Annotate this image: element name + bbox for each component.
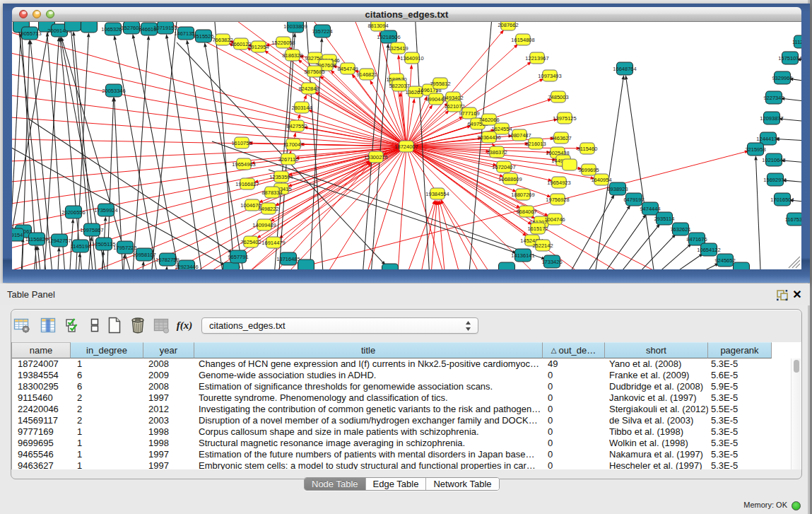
- graph-node[interactable]: 9657791: [228, 250, 248, 263]
- table-cell[interactable]: 49: [548, 358, 605, 370]
- graph-node[interactable]: 1615172: [527, 223, 548, 234]
- fx-icon[interactable]: f(x): [176, 317, 193, 334]
- table-cell[interactable]: Wolkin et al. (1998): [609, 438, 708, 449]
- table-cell[interactable]: Hescheler et al. (1997): [609, 460, 708, 469]
- table-cell[interactable]: 1998: [148, 426, 194, 438]
- table-cell[interactable]: 9699695: [18, 438, 71, 449]
- graph-node[interactable]: 1170047: [283, 139, 304, 150]
- graph-node[interactable]: 6479197: [623, 193, 644, 206]
- table-cell[interactable]: Jankovic et al. (1997): [609, 392, 708, 404]
- graph-node[interactable]: [563, 159, 577, 170]
- graph-edge[interactable]: [756, 160, 762, 269]
- table-cell[interactable]: Tourette syndrome. Phenomenology and cla…: [199, 392, 543, 404]
- graph-node[interactable]: 12093877: [760, 112, 783, 124]
- graph-node[interactable]: 39154: [12, 228, 24, 241]
- graph-node[interactable]: 17359924: [94, 204, 117, 216]
- table-cell[interactable]: 0: [548, 415, 605, 426]
- tab-edge-table[interactable]: Edge Table: [366, 478, 427, 491]
- graph-edge[interactable]: [784, 160, 801, 164]
- graph-node[interactable]: 9115460: [577, 143, 598, 154]
- graph-edge[interactable]: [12, 115, 406, 146]
- column-header-in_degree[interactable]: in_degree: [71, 342, 143, 358]
- table-cell[interactable]: 1997: [148, 449, 194, 460]
- graph-node[interactable]: 7632621: [670, 223, 690, 235]
- graph-node[interactable]: 10654122: [697, 243, 720, 256]
- graph-node[interactable]: 10975867: [80, 223, 103, 236]
- rows-icon[interactable]: [86, 317, 103, 334]
- column-header-name[interactable]: name: [12, 342, 71, 358]
- table-cell[interactable]: 5.9E-5: [711, 381, 772, 392]
- table-cell[interactable]: Yano et al. (2008): [609, 358, 708, 370]
- graph-edge[interactable]: [406, 146, 452, 269]
- graph-node[interactable]: 19055713: [18, 27, 41, 40]
- window-titlebar[interactable]: citations_edges.txt: [12, 7, 801, 22]
- graph-node[interactable]: 2087662: [498, 22, 518, 30]
- graph-edge[interactable]: [624, 237, 673, 269]
- graph-node[interactable]: 15720407: [492, 161, 515, 173]
- tab-network-table[interactable]: Network Table: [426, 478, 498, 491]
- memory-indicator[interactable]: [792, 501, 801, 510]
- table-cell[interactable]: 2012: [148, 404, 194, 415]
- table-cell[interactable]: 14569117: [18, 415, 71, 426]
- table-cell[interactable]: 5.3E-5: [711, 460, 772, 469]
- graph-edge[interactable]: [793, 79, 801, 83]
- table-cell[interactable]: 0: [548, 370, 605, 381]
- table-cell[interactable]: Dudbridge et al. (2008): [609, 381, 708, 392]
- graph-node[interactable]: 1167533: [785, 213, 801, 226]
- table-cell[interactable]: 1997: [148, 460, 194, 469]
- table-cell[interactable]: 9463627: [18, 460, 71, 469]
- table-cell[interactable]: 2009: [148, 370, 194, 381]
- graph-edge[interactable]: [640, 246, 688, 269]
- table-cell[interactable]: 6: [77, 370, 143, 381]
- table-cell[interactable]: 5.3E-5: [711, 392, 772, 404]
- table-row[interactable]: 946554611997Estimation of the future num…: [12, 449, 801, 460]
- table-cell[interactable]: 0: [548, 426, 605, 438]
- graph-node[interactable]: 8813094: [367, 22, 388, 31]
- table-cell[interactable]: 1: [77, 358, 143, 370]
- graph-node[interactable]: 7485003: [548, 91, 568, 103]
- graph-node[interactable]: 15692971: [763, 173, 787, 186]
- graph-node[interactable]: 9498222: [258, 203, 278, 214]
- table-scrollbar[interactable]: [791, 358, 801, 469]
- graph-node[interactable]: 19654923: [547, 177, 570, 188]
- graph-node[interactable]: 7955812: [430, 78, 450, 89]
- table-row[interactable]: 1456911722003Disruption of a novel membe…: [12, 415, 801, 426]
- graph-edge[interactable]: [652, 256, 700, 269]
- graph-edge[interactable]: [100, 255, 103, 269]
- graph-node[interactable]: 8242848: [298, 83, 319, 94]
- table-cell[interactable]: 1998: [148, 438, 194, 449]
- table-cell[interactable]: 9115460: [18, 392, 71, 404]
- table-cell[interactable]: 1: [77, 438, 143, 449]
- network-select[interactable]: citations_edges.txt: [201, 317, 478, 334]
- table-cell[interactable]: 6: [77, 381, 143, 392]
- graph-node[interactable]: 9699695: [578, 164, 599, 175]
- column-header-pagerank[interactable]: pagerank: [708, 342, 772, 358]
- table-cell[interactable]: Estimation of significance thresholds fo…: [199, 381, 543, 392]
- graph-node[interactable]: 2522142: [532, 240, 553, 251]
- graph-node[interactable]: 11156829: [25, 233, 48, 245]
- graph-node[interactable]: 1112468: [792, 35, 801, 48]
- graph-edge[interactable]: [312, 111, 406, 146]
- table-cell[interactable]: Structural magnetic resonance image aver…: [199, 438, 543, 449]
- table-cell[interactable]: Franke et al. (2009): [609, 370, 708, 381]
- graph-node[interactable]: 9684067: [516, 206, 536, 217]
- column-header-short[interactable]: short: [605, 342, 708, 358]
- graph-node[interactable]: 13975125: [553, 112, 576, 124]
- graph-edge[interactable]: [793, 201, 801, 204]
- table-cell[interactable]: 2: [77, 392, 143, 404]
- table-cell[interactable]: Estimation of the future numbers of pati…: [199, 449, 543, 460]
- graph-node[interactable]: 1325419: [387, 42, 408, 54]
- table-cell[interactable]: 1: [77, 449, 143, 460]
- graph-edge[interactable]: [669, 265, 715, 269]
- graph-node[interactable]: 7515526: [193, 30, 213, 42]
- table-cell[interactable]: 0: [548, 449, 605, 460]
- graph-edge[interactable]: [134, 38, 185, 269]
- graph-node[interactable]: 8878334: [261, 187, 282, 198]
- table-row[interactable]: 1872400712008Changes of HCN gene express…: [12, 358, 801, 370]
- graph-edge[interactable]: [779, 139, 801, 141]
- graph-node[interactable]: 9146821: [356, 69, 377, 80]
- graph-edge[interactable]: [782, 119, 801, 123]
- graph-node[interactable]: 7386372: [486, 146, 507, 158]
- graph-node[interactable]: 16914479: [261, 237, 285, 248]
- graph-node[interactable]: 16648764: [613, 62, 636, 75]
